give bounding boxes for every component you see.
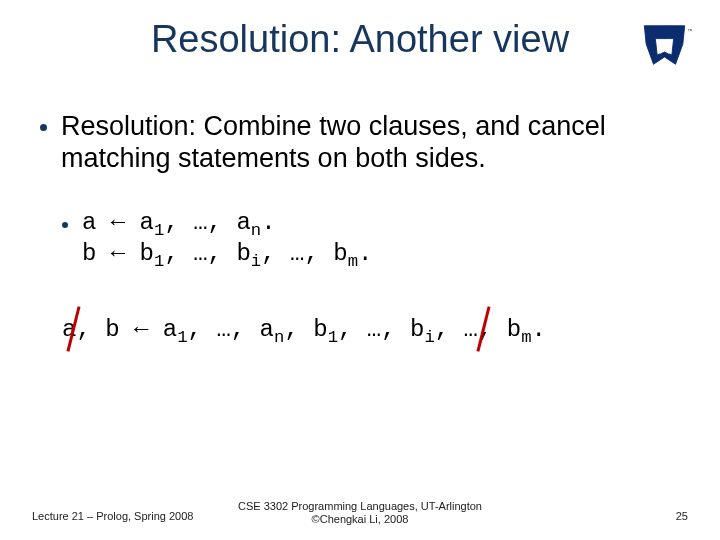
footer-center: CSE 3302 Programming Languages, UT-Arlin… xyxy=(0,500,720,526)
code-block: a ← a1, …, an. b ← b1, …, bi, …, bm. a, … xyxy=(40,209,680,347)
uta-logo: ™ xyxy=(637,20,692,70)
code-line-b: b ← b1, …, bi, …, bm. xyxy=(82,240,372,271)
slide: Resolution: Another view ™ Resolution: C… xyxy=(0,0,720,540)
result-line: a, b ← a1, …, an, b1, …, bi, …, bm. xyxy=(62,316,680,347)
footer-page-number: 25 xyxy=(676,510,688,522)
slide-body: Resolution: Combine two clauses, and can… xyxy=(40,110,680,347)
slide-title: Resolution: Another view xyxy=(0,18,720,61)
bullet-1: Resolution: Combine two clauses, and can… xyxy=(40,110,680,175)
code-line-a: a ← a1, …, an. xyxy=(82,209,372,240)
bullet-dot xyxy=(40,124,47,131)
svg-text:™: ™ xyxy=(687,28,692,34)
bullet-dot-small xyxy=(62,222,68,228)
code-bullet: a ← a1, …, an. b ← b1, …, bi, …, bm. xyxy=(40,209,680,271)
code-lines: a ← a1, …, an. b ← b1, …, bi, …, bm. xyxy=(82,209,372,271)
footer: Lecture 21 – Prolog, Spring 2008 CSE 330… xyxy=(0,492,720,522)
bullet-1-text: Resolution: Combine two clauses, and can… xyxy=(61,110,680,175)
result-block: a, b ← a1, …, an, b1, …, bi, …, bm. xyxy=(62,316,680,347)
